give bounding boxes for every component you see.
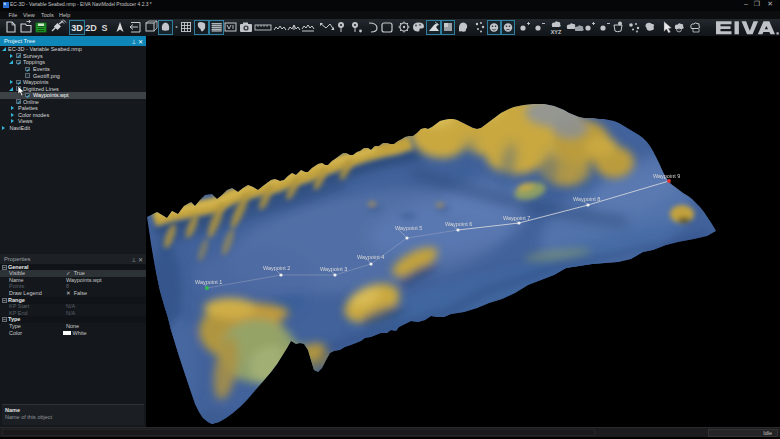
svg-text:Waypoint 7: Waypoint 7 xyxy=(503,215,530,221)
svg-text:XYZ: XYZ xyxy=(551,29,562,35)
svg-text:Waypoint 5: Waypoint 5 xyxy=(395,225,422,231)
svg-text:Waypoint 3: Waypoint 3 xyxy=(320,266,347,272)
svg-text:S: S xyxy=(101,23,107,33)
svg-text:Waypoint 2: Waypoint 2 xyxy=(263,265,290,271)
svg-text:Waypoint 8: Waypoint 8 xyxy=(573,196,600,202)
svg-text:3D: 3D xyxy=(71,23,83,33)
svg-text:Waypoint 1: Waypoint 1 xyxy=(195,279,222,285)
svg-text:Waypoint 6: Waypoint 6 xyxy=(445,221,472,227)
svg-text:2D: 2D xyxy=(85,23,97,33)
svg-text:Waypoint 9: Waypoint 9 xyxy=(653,173,680,179)
svg-text:Waypoint 4: Waypoint 4 xyxy=(357,254,384,260)
